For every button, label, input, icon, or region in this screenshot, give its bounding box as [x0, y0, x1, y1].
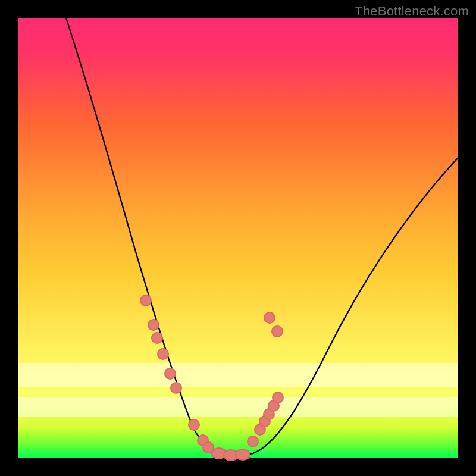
svg-point-5 — [171, 383, 181, 393]
bottleneck-curve — [66, 18, 458, 455]
svg-point-6 — [189, 419, 199, 430]
chart-frame: TheBottleneck.com — [0, 0, 476, 476]
svg-point-4 — [165, 368, 176, 379]
svg-point-1 — [148, 320, 159, 330]
watermark-text: TheBottleneck.com — [355, 4, 469, 19]
svg-point-17 — [273, 392, 283, 403]
curve-layer — [18, 18, 458, 458]
svg-point-12 — [248, 436, 258, 447]
svg-point-2 — [152, 333, 162, 343]
chart-plot-area — [18, 18, 458, 458]
marker-group — [140, 295, 283, 461]
svg-point-3 — [158, 349, 168, 359]
svg-point-19 — [264, 312, 275, 323]
svg-point-11 — [236, 449, 250, 460]
svg-point-0 — [140, 295, 151, 306]
svg-point-18 — [272, 326, 283, 337]
